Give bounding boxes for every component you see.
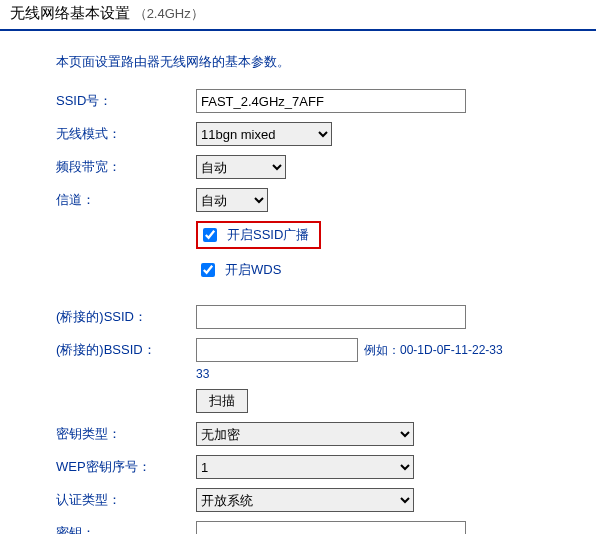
label-wep-index: WEP密钥序号： (56, 458, 196, 476)
bandwidth-select[interactable]: 自动 (196, 155, 286, 179)
wep-index-select[interactable]: 1 (196, 455, 414, 479)
page-subtitle: （2.4GHz） (134, 6, 204, 21)
mode-select[interactable]: 11bgn mixed (196, 122, 332, 146)
label-bridge-bssid: (桥接的)BSSID： (56, 341, 196, 359)
label-key-type: 密钥类型： (56, 425, 196, 443)
key-type-select[interactable]: 无加密 (196, 422, 414, 446)
bridge-bssid-input[interactable] (196, 338, 358, 362)
bssid-example: 例如：00-1D-0F-11-22-33 (364, 342, 503, 359)
title-bar: 无线网络基本设置 （2.4GHz） (0, 0, 596, 31)
scan-button[interactable]: 扫描 (196, 389, 248, 413)
ssid-broadcast-highlight: 开启SSID广播 (196, 221, 321, 249)
label-mode: 无线模式： (56, 125, 196, 143)
page-description: 本页面设置路由器无线网络的基本参数。 (56, 53, 578, 71)
ssid-broadcast-checkbox[interactable] (203, 228, 217, 242)
auth-type-select[interactable]: 开放系统 (196, 488, 414, 512)
label-bridge-ssid: (桥接的)SSID： (56, 308, 196, 326)
ssid-input[interactable] (196, 89, 466, 113)
bridge-ssid-input[interactable] (196, 305, 466, 329)
wds-checkbox[interactable] (201, 263, 215, 277)
page-title: 无线网络基本设置 (10, 4, 130, 21)
key-input[interactable] (196, 521, 466, 534)
ssid-broadcast-label: 开启SSID广播 (227, 226, 309, 244)
label-channel: 信道： (56, 191, 196, 209)
channel-select[interactable]: 自动 (196, 188, 268, 212)
label-ssid: SSID号： (56, 92, 196, 110)
label-auth-type: 认证类型： (56, 491, 196, 509)
label-bandwidth: 频段带宽： (56, 158, 196, 176)
wds-label: 开启WDS (225, 261, 281, 279)
bssid-example-cont: 33 (196, 367, 578, 381)
label-key: 密钥： (56, 524, 196, 534)
